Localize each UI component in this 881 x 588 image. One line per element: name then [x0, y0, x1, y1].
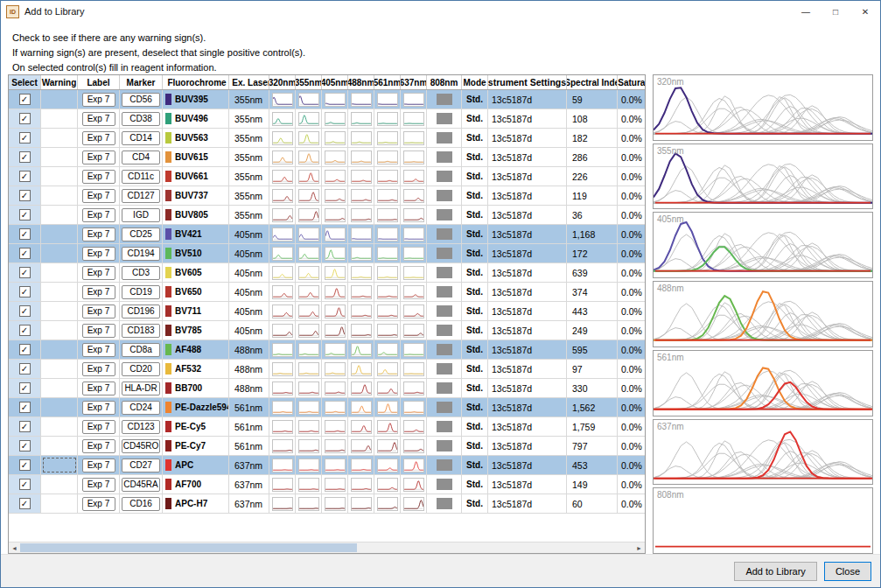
spectrum-cell-488nm [348, 475, 374, 494]
scrollbar-thumb[interactable] [20, 543, 357, 552]
table-row[interactable]: ✓Exp 7CD127BUV737355nmStd.13c5187d1190.0… [9, 186, 645, 206]
marker-field[interactable]: CD123 [122, 420, 160, 434]
marker-field[interactable]: CD183 [122, 324, 160, 338]
label-field[interactable]: Exp 7 [82, 170, 115, 184]
table-row[interactable]: ✓Exp 7CD3BV605405nmStd.13c5187d6390.0% [9, 263, 645, 283]
marker-field[interactable]: CD19 [122, 285, 160, 299]
table-row[interactable]: ✓Exp 7CD16APC-H7637nmStd.13c5187d600.0% [9, 494, 645, 514]
select-checkbox[interactable]: ✓ [19, 209, 31, 220]
table-row[interactable]: ✓Exp 7CD14BUV563355nmStd.13c5187d1820.0% [9, 129, 645, 148]
select-checkbox[interactable]: ✓ [19, 190, 31, 201]
add-to-library-button[interactable]: Add to Library [734, 562, 816, 581]
label-field[interactable]: Exp 7 [82, 93, 115, 107]
label-field[interactable]: Exp 7 [82, 266, 115, 280]
select-checkbox[interactable]: ✓ [19, 421, 31, 432]
table-row[interactable]: ✓Exp 7HLA-DRBB700488nmStd.13c5187d3300.0… [9, 379, 645, 398]
select-checkbox[interactable]: ✓ [19, 440, 31, 452]
select-checkbox[interactable]: ✓ [19, 498, 31, 509]
scroll-left-icon[interactable]: ◄ [9, 542, 20, 554]
label-field[interactable]: Exp 7 [82, 112, 115, 126]
minimize-icon[interactable]: — [791, 1, 821, 22]
label-field[interactable]: Exp 7 [82, 382, 115, 396]
marker-field[interactable]: CD56 [122, 93, 160, 107]
marker-field[interactable]: CD196 [122, 304, 160, 318]
marker-field[interactable]: CD25 [122, 228, 160, 242]
select-checkbox[interactable]: ✓ [19, 267, 31, 278]
select-checkbox[interactable]: ✓ [19, 286, 31, 298]
table-row[interactable]: ✓Exp 7IGDBUV805355nmStd.13c5187d360.0% [9, 206, 645, 225]
label-field[interactable]: Exp 7 [82, 228, 115, 242]
label-field[interactable]: Exp 7 [82, 401, 115, 415]
select-checkbox[interactable]: ✓ [19, 113, 31, 124]
table-row[interactable]: ✓Exp 7CD196BV711405nmStd.13c5187d4430.0% [9, 302, 645, 321]
label-field[interactable]: Exp 7 [82, 304, 115, 318]
table-row[interactable]: ✓Exp 7CD25BV421405nmStd.13c5187d1,1680.0… [9, 225, 645, 244]
select-checkbox[interactable]: ✓ [19, 479, 31, 490]
marker-field[interactable]: CD45RA [122, 478, 160, 492]
close-button[interactable]: Close [824, 562, 871, 581]
marker-field[interactable]: IGD [122, 208, 160, 222]
table-row[interactable]: ✓Exp 7CD56BUV395355nmStd.13c5187d590.0% [9, 90, 645, 109]
label-field[interactable]: Exp 7 [82, 420, 115, 434]
table-row[interactable]: ✓Exp 7CD8aAF488488nmStd.13c5187d5950.0% [9, 340, 645, 360]
marker-field[interactable]: CD14 [122, 131, 160, 145]
select-checkbox[interactable]: ✓ [19, 382, 31, 394]
titlebar[interactable]: ID Add to Library — □ ✕ [1, 1, 880, 22]
table-row[interactable]: ✓Exp 7CD45ROPE-Cy7561nmStd.13c5187d7970.… [9, 437, 645, 456]
table-row[interactable]: ✓Exp 7CD19BV650405nmStd.13c5187d3740.0% [9, 283, 645, 302]
table-row[interactable]: ✓Exp 7CD20AF532488nmStd.13c5187d970.0% [9, 360, 645, 379]
label-field[interactable]: Exp 7 [82, 285, 115, 299]
label-field[interactable]: Exp 7 [82, 208, 115, 222]
marker-field[interactable]: CD27 [122, 458, 160, 472]
select-checkbox[interactable]: ✓ [19, 459, 31, 471]
label-field[interactable]: Exp 7 [82, 362, 115, 376]
label-field[interactable]: Exp 7 [82, 131, 115, 145]
table-row[interactable]: ✓Exp 7CD4BUV615355nmStd.13c5187d2860.0% [9, 148, 645, 167]
table-row[interactable]: ✓Exp 7CD194BV510405nmStd.13c5187d1720.0% [9, 244, 645, 263]
table-row[interactable]: ✓Exp 7CD24PE-Dazzle594561nmStd.13c5187d1… [9, 398, 645, 417]
select-checkbox[interactable]: ✓ [19, 344, 31, 355]
marker-field[interactable]: CD194 [122, 247, 160, 261]
select-checkbox[interactable]: ✓ [19, 132, 31, 144]
scroll-right-icon[interactable]: ► [633, 542, 645, 554]
marker-field[interactable]: CD38 [122, 112, 160, 126]
marker-field[interactable]: CD127 [122, 189, 160, 203]
select-checkbox[interactable]: ✓ [19, 402, 31, 413]
label-field[interactable]: Exp 7 [82, 439, 115, 453]
label-field[interactable]: Exp 7 [82, 247, 115, 261]
table-row[interactable]: ✓Exp 7CD27APC637nmStd.13c5187d4530.0% [9, 456, 645, 475]
label-field[interactable]: Exp 7 [82, 324, 115, 338]
select-checkbox[interactable]: ✓ [19, 363, 31, 374]
select-checkbox[interactable]: ✓ [19, 248, 31, 259]
marker-field[interactable]: CD4 [122, 150, 160, 164]
table-row[interactable]: ✓Exp 7CD38BUV496355nmStd.13c5187d1080.0% [9, 109, 645, 129]
marker-field[interactable]: CD16 [122, 497, 160, 511]
maximize-icon[interactable]: □ [821, 1, 850, 22]
marker-field[interactable]: CD20 [122, 362, 160, 376]
marker-field[interactable]: CD45RO [122, 439, 160, 453]
select-checkbox[interactable]: ✓ [19, 305, 31, 317]
label-field[interactable]: Exp 7 [82, 150, 115, 164]
table-row[interactable]: ✓Exp 7CD183BV785405nmStd.13c5187d2490.0% [9, 321, 645, 340]
select-checkbox[interactable]: ✓ [19, 94, 31, 105]
label-field[interactable]: Exp 7 [82, 343, 115, 357]
marker-field[interactable]: HLA-DR [122, 382, 160, 396]
select-checkbox[interactable]: ✓ [19, 171, 31, 182]
table-row[interactable]: ✓Exp 7CD45RAAF700637nmStd.13c5187d1490.0… [9, 475, 645, 494]
marker-field[interactable]: CD8a [122, 343, 160, 357]
select-checkbox[interactable]: ✓ [19, 325, 31, 336]
label-field[interactable]: Exp 7 [82, 497, 115, 511]
label-field[interactable]: Exp 7 [82, 458, 115, 472]
close-icon[interactable]: ✕ [850, 1, 880, 22]
marker-field[interactable]: CD11c [122, 170, 160, 184]
table-row[interactable]: ✓Exp 7CD11cBUV661355nmStd.13c5187d2260.0… [9, 167, 645, 186]
marker-field[interactable]: CD3 [122, 266, 160, 280]
horizontal-scrollbar[interactable]: ◄ ► [9, 542, 645, 553]
label-field[interactable]: Exp 7 [82, 189, 115, 203]
select-checkbox[interactable]: ✓ [19, 228, 31, 240]
label-field[interactable]: Exp 7 [82, 478, 115, 492]
table-row[interactable]: ✓Exp 7CD123PE-Cy5561nmStd.13c5187d1,7590… [9, 417, 645, 437]
marker-field[interactable]: CD24 [122, 401, 160, 415]
spectrum-spark [298, 497, 319, 511]
select-checkbox[interactable]: ✓ [19, 151, 31, 163]
